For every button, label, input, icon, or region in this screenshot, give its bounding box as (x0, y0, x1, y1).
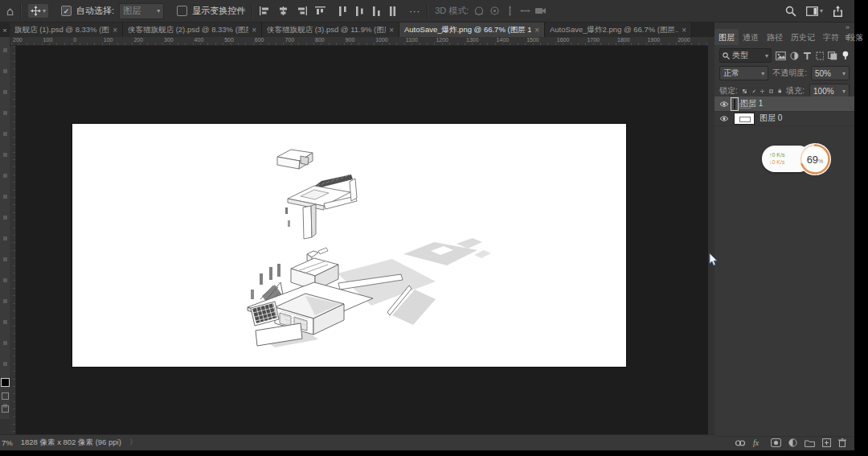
new-layer-icon[interactable] (822, 438, 831, 447)
align-left-icon[interactable] (260, 6, 270, 15)
close-icon[interactable]: × (682, 26, 686, 35)
layer-thumbnail[interactable] (734, 99, 735, 109)
ruler-label: 1100 (406, 37, 418, 43)
lock-paint-brush-icon[interactable] (751, 87, 755, 96)
blend-mode-dropdown[interactable]: 正常 ▾ (719, 66, 768, 80)
tab-history[interactable]: 历史记 (787, 29, 819, 45)
home-icon[interactable]: ⌂ (6, 4, 14, 18)
quick-mask-icon[interactable] (2, 392, 9, 400)
align-top-icon[interactable] (315, 6, 326, 15)
filter-pixel-layers-icon[interactable] (776, 51, 786, 60)
memory-ring[interactable]: 69% (797, 142, 833, 177)
distribute-top-icon[interactable] (338, 6, 347, 16)
show-transform-checkbox[interactable] (177, 6, 187, 16)
layer-filter-row: 类型 ▾ (719, 48, 850, 63)
canvas-area[interactable] (10, 46, 708, 434)
layer-name[interactable]: 图层 0 (760, 113, 782, 124)
filter-adjustment-layers-icon[interactable] (790, 51, 799, 60)
dropdown-arrow-icon: ▾ (765, 52, 768, 60)
blend-row: 正常 ▾ 不透明度: 50% ▾ (719, 66, 850, 80)
close-icon[interactable]: × (389, 26, 394, 35)
align-buttons (253, 6, 332, 15)
search-icon[interactable] (785, 6, 796, 17)
net-speed-badge[interactable]: ↑0 K/s ↓0 K/s 69% (762, 142, 833, 177)
mode-3d-label: 3D 模式: (435, 5, 469, 17)
doc-tab-5[interactable]: AutoSave_爆炸2.png @ 66.7% (图层... × (545, 23, 692, 37)
svg-text:fx: fx (753, 438, 760, 447)
opacity-dropdown[interactable]: 50% ▾ (811, 66, 850, 80)
ruler-label: 1500 (526, 37, 539, 43)
layer-thumbnail[interactable] (734, 113, 755, 125)
show-transform-label: 显示变换控件 (192, 5, 245, 17)
tab-layers[interactable]: 图层 (714, 29, 739, 45)
screen-mode-icon[interactable] (2, 405, 9, 413)
share-icon[interactable] (833, 6, 843, 17)
move-tool-button[interactable]: ▾ (28, 4, 48, 18)
close-icon[interactable]: × (252, 26, 256, 35)
filter-smart-objects-icon[interactable] (828, 51, 837, 60)
filter-type-layers-icon[interactable] (803, 51, 812, 60)
doc-tab-2[interactable]: 侠客猫旗舰店 (2).psd @ 8.33% (图层... × (123, 23, 262, 37)
3d-camera-icon[interactable] (535, 6, 547, 15)
adjustment-layer-icon[interactable] (788, 438, 797, 447)
doc-tab-label: AutoSave_爆炸2.png @ 66.7% (图层... (550, 25, 678, 35)
layers-panel: » ≡ 图层 通道 路径 历史记 字符 段落 类型 ▾ (714, 23, 854, 450)
foreground-color-swatch[interactable] (1, 378, 10, 387)
lock-move-icon[interactable] (760, 87, 764, 96)
layer-row-2[interactable]: 图层 0 (714, 111, 854, 126)
layer-row-1[interactable]: 图层 1 (714, 97, 854, 112)
lock-artboard-icon[interactable] (769, 87, 773, 96)
dropdown-arrow-icon: ▾ (842, 88, 845, 95)
close-icon[interactable]: × (534, 26, 539, 35)
doc-tab-label: 侠客猫旗舰店 (2).psd @ 8.33% (图层... (128, 25, 248, 35)
3d-orbit-icon[interactable] (473, 6, 485, 16)
percent-value: 69 (807, 154, 818, 166)
eye-icon[interactable] (719, 115, 729, 122)
workspace-switcher-button[interactable]: ▾ (806, 6, 823, 16)
document-canvas[interactable] (72, 124, 626, 367)
filter-toggle-icon[interactable] (841, 51, 850, 60)
link-layers-icon[interactable] (735, 439, 746, 447)
ruler-label: 600 (255, 37, 264, 43)
close-icon[interactable]: × (113, 26, 117, 35)
opacity-value: 50% (815, 69, 831, 78)
distribute-bottom-icon[interactable] (372, 6, 381, 16)
ruler-label: 1300 (466, 37, 479, 43)
tab-paragraph[interactable]: 段落 (843, 29, 867, 45)
align-center-h-icon[interactable] (278, 6, 289, 15)
dropdown-arrow-icon: ▾ (842, 70, 845, 77)
cutoff-tab-close-icon[interactable]: × (0, 23, 10, 37)
align-right-icon[interactable] (297, 6, 307, 15)
tab-character[interactable]: 字符 (819, 29, 843, 45)
ruler-label: 1200 (436, 37, 448, 43)
auto-select-target-dropdown[interactable]: 图层 ▾ (119, 3, 164, 19)
opacity-label: 不透明度: (772, 68, 807, 79)
filter-type-dropdown[interactable]: 类型 ▾ (719, 48, 772, 63)
layer-effects-icon[interactable]: fx (753, 438, 764, 447)
new-group-icon[interactable] (805, 439, 815, 447)
auto-select-checkbox[interactable]: ✓ (61, 6, 72, 16)
tab-paths[interactable]: 路径 (763, 29, 787, 45)
doc-tab-3[interactable]: 侠客猫旗舰店 (3).psd @ 11.9% (图层... × (262, 23, 399, 37)
doc-tab-1[interactable]: 旗舰店 (1).psd @ 8.33% (图层... × (10, 23, 123, 37)
lock-all-icon[interactable] (778, 86, 782, 96)
fill-value: 100% (813, 87, 834, 96)
tab-channels[interactable]: 通道 (739, 29, 763, 45)
more-options-button[interactable]: ··· (409, 6, 420, 16)
horizontal-ruler: 2001000100200300400500600700800900100011… (10, 37, 708, 46)
3d-slide-icon[interactable] (520, 6, 530, 16)
status-chevron-icon[interactable]: 〉 (129, 438, 137, 448)
3d-pan-icon[interactable] (505, 6, 515, 16)
filter-shape-layers-icon[interactable] (816, 51, 825, 60)
3d-roll-icon[interactable] (489, 6, 500, 16)
layer-mask-icon[interactable] (771, 438, 781, 447)
doc-tab-label: AutoSave_爆炸.png @ 66.7% (图层 1, RGB/8) * (404, 25, 531, 35)
distribute-middle-icon[interactable] (355, 6, 364, 16)
doc-tab-4-active[interactable]: AutoSave_爆炸.png @ 66.7% (图层 1, RGB/8) * … (399, 23, 545, 37)
delete-layer-icon[interactable] (838, 438, 846, 447)
eye-icon[interactable] (719, 101, 729, 108)
zoom-percent[interactable]: 7% (2, 438, 13, 447)
ruler-label: 0 (73, 37, 76, 43)
distribute-h-icon[interactable] (389, 6, 396, 16)
lock-transparent-icon[interactable] (743, 87, 747, 96)
